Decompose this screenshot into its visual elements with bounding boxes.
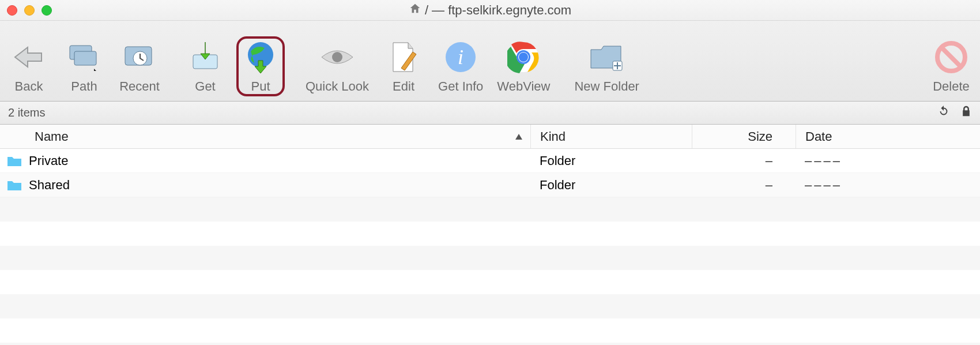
header-size-label: Size [748,129,772,144]
put-button[interactable]: Put [240,39,281,94]
header-name-label: Name [35,129,69,144]
get-label: Get [195,79,215,94]
item-name: Shared [29,178,530,193]
delete-icon [933,39,970,76]
header-kind[interactable]: Kind [530,125,692,148]
item-count: 2 items [8,106,45,119]
item-kind: Folder [530,178,692,193]
delete-button[interactable]: Delete [930,39,972,94]
recent-label: Recent [119,79,160,94]
webview-button[interactable]: WebView [497,39,550,94]
status-bar: 2 items [0,102,980,125]
sort-indicator [507,129,530,144]
chrome-icon [505,39,542,76]
back-button[interactable]: Back [8,39,50,94]
header-date[interactable]: Date [796,125,980,148]
list-item[interactable]: Shared Folder – –––– [0,173,980,197]
item-kind: Folder [530,153,692,168]
header-size[interactable]: Size [692,125,796,148]
home-icon [409,2,421,18]
highlight-annotation [236,36,285,96]
svg-text:i: i [458,46,463,69]
getinfo-label: Get Info [438,79,483,94]
svg-line-15 [942,48,960,66]
webview-label: WebView [497,79,550,94]
header-kind-label: Kind [540,129,566,144]
folder-stack-icon [66,39,103,76]
item-date: –––– [796,178,980,193]
edit-button[interactable]: Edit [383,39,424,94]
titlebar: / — ftp-selkirk.egnyte.com [0,0,980,21]
item-size: – [692,153,796,168]
recent-button[interactable]: Recent [119,39,160,94]
folder-icon [0,179,29,192]
folder-icon [0,155,29,167]
path-button[interactable]: Path [63,39,105,94]
empty-area [0,197,980,345]
svg-point-6 [332,52,342,62]
download-icon [187,39,224,76]
lock-icon [960,105,972,121]
back-label: Back [15,79,43,94]
column-headers: Name Kind Size Date [0,125,980,149]
item-name: Private [29,153,530,168]
svg-point-12 [519,52,528,62]
quicklook-button[interactable]: Quick Look [306,39,369,94]
edit-doc-icon [385,39,422,76]
file-list: Private Folder – –––– Shared Folder – ––… [0,149,980,197]
window-title: / — ftp-selkirk.egnyte.com [0,2,980,18]
title-host: ftp-selkirk.egnyte.com [448,3,571,18]
get-button[interactable]: Get [184,39,226,94]
toolbar: Back Path Recent Get [0,21,980,102]
item-date: –––– [796,153,980,168]
path-label: Path [71,79,97,94]
edit-label: Edit [393,79,414,94]
eye-icon [319,39,356,76]
title-path: / — [425,3,444,18]
newfolder-label: New Folder [574,79,639,94]
delete-label: Delete [933,79,970,94]
getinfo-button[interactable]: i Get Info [438,39,483,94]
refresh-button[interactable] [937,105,950,121]
newfolder-button[interactable]: New Folder [574,39,639,94]
info-icon: i [442,39,479,76]
item-size: – [692,178,796,193]
folder-clock-icon [121,39,158,76]
list-item[interactable]: Private Folder – –––– [0,149,980,173]
new-folder-icon [589,39,625,76]
header-name[interactable]: Name [0,129,507,144]
arrow-left-icon [10,39,47,76]
header-date-label: Date [805,129,832,144]
svg-rect-1 [74,51,96,65]
quicklook-label: Quick Look [306,79,369,94]
